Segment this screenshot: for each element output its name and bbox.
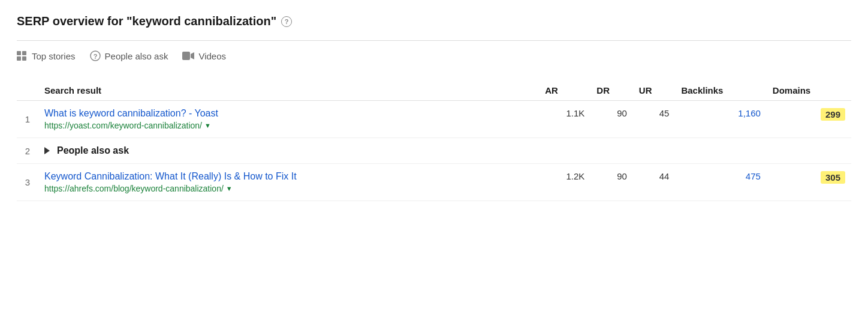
ur-cell: 44	[633, 164, 676, 201]
grid-icon	[17, 51, 28, 61]
dr-cell: 90	[590, 164, 633, 201]
help-icon[interactable]: ?	[281, 16, 292, 27]
top-stories-label: Top stories	[32, 51, 76, 61]
col-header-num	[17, 80, 38, 101]
domains-cell: 299	[767, 101, 851, 138]
feature-people-also-ask[interactable]: ? People also ask	[90, 50, 168, 61]
svg-text:?: ?	[93, 53, 97, 60]
col-header-ar: AR	[539, 80, 590, 101]
ar-cell: 1.1K	[539, 101, 590, 138]
feature-videos[interactable]: Videos	[182, 51, 226, 61]
domains-cell: 305	[767, 164, 851, 201]
triangle-icon	[44, 147, 50, 154]
dr-cell: 90	[590, 101, 633, 138]
svg-rect-3	[22, 56, 26, 61]
rank-num: 3	[17, 164, 38, 201]
rank-num: 1	[17, 101, 38, 138]
result-url: https://ahrefs.com/blog/keyword-cannibal…	[44, 184, 233, 193]
table-row-paa: 2 People also ask	[17, 138, 851, 164]
col-header-search: Search result	[38, 80, 539, 101]
svg-rect-0	[17, 51, 21, 55]
feature-top-stories[interactable]: Top stories	[17, 51, 76, 61]
paa-label: People also ask	[44, 145, 845, 156]
col-header-dr: DR	[590, 80, 633, 101]
videos-label: Videos	[198, 51, 226, 61]
features-bar: Top stories ? People also ask Videos	[17, 50, 851, 68]
url-dropdown-icon[interactable]: ▼	[226, 185, 233, 192]
svg-rect-2	[17, 56, 21, 61]
domains-badge: 305	[821, 171, 845, 184]
rank-num: 2	[17, 138, 38, 164]
paa-cell[interactable]: People also ask	[38, 138, 851, 164]
col-header-domains: Domains	[767, 80, 851, 101]
video-icon	[182, 51, 194, 61]
url-dropdown-icon[interactable]: ▼	[204, 122, 211, 129]
backlinks-cell[interactable]: 1,160	[675, 101, 766, 138]
table-row: 3 Keyword Cannibalization: What It (Real…	[17, 164, 851, 201]
svg-rect-1	[22, 51, 26, 55]
table-row: 1 What is keyword cannibalization? - Yoa…	[17, 101, 851, 138]
result-title-link[interactable]: Keyword Cannibalization: What It (Really…	[44, 171, 533, 182]
result-cell: Keyword Cannibalization: What It (Really…	[38, 164, 539, 201]
result-url: https://yoast.com/keyword-cannibalizatio…	[44, 121, 211, 130]
results-table: Search result AR DR UR Backlinks Domains…	[17, 80, 851, 201]
svg-marker-7	[191, 52, 194, 59]
col-header-ur: UR	[633, 80, 676, 101]
col-header-backlinks: Backlinks	[675, 80, 766, 101]
question-icon: ?	[90, 50, 101, 61]
ar-cell: 1.2K	[539, 164, 590, 201]
ur-cell: 45	[633, 101, 676, 138]
people-also-ask-label: People also ask	[105, 51, 168, 61]
result-cell: What is keyword cannibalization? - Yoast…	[38, 101, 539, 138]
result-title-link[interactable]: What is keyword cannibalization? - Yoast	[44, 108, 533, 119]
divider	[17, 40, 851, 41]
svg-rect-6	[182, 52, 190, 60]
domains-badge: 299	[821, 108, 845, 121]
backlinks-cell[interactable]: 475	[675, 164, 766, 201]
page-title: SERP overview for "keyword cannibalizati…	[17, 14, 851, 28]
